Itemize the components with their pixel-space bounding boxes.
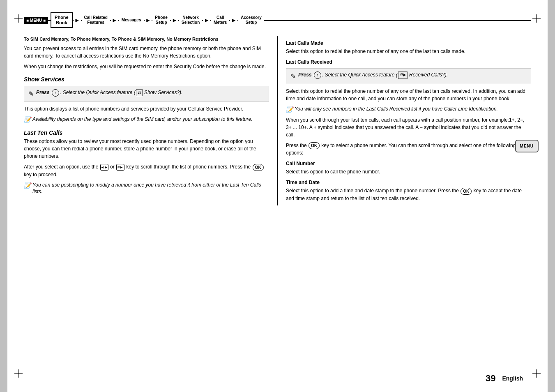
- up-arrow-btn-1: ↑: [52, 89, 59, 97]
- nav-item-messages[interactable]: Messages: [119, 17, 144, 23]
- show-services-press-box: ✎ Press ↑. Select the Quick Access featu…: [24, 86, 269, 102]
- ok-btn-1: OK: [253, 164, 264, 171]
- last-calls-received-note: 📝 You will only see numbers in the Last …: [286, 106, 531, 114]
- call-number-title: Call Number: [286, 161, 531, 166]
- nav-item-phone-setup[interactable]: PhoneSetup: [152, 14, 170, 26]
- nav-arrow-6: ►: [230, 17, 237, 23]
- ok-btn-3: OK: [461, 188, 472, 195]
- show-services-body: This option displays a list of phone num…: [24, 105, 269, 113]
- col-right: Last Calls Made Select this option to re…: [278, 36, 531, 205]
- side-bar-left: [0, 0, 7, 392]
- last-ten-calls-body1: These options allow you to review your m…: [24, 138, 269, 160]
- nav-arrow-2: ►: [111, 17, 118, 23]
- page-language: English: [502, 375, 523, 382]
- left-body1: You can prevent access to all entries in…: [24, 45, 269, 60]
- nav-menu-box: ■ MENU ■: [24, 17, 48, 24]
- last-ten-calls-body2: After you select an option, use the ◄► o…: [24, 163, 269, 178]
- left-nav-btn: ◄►: [100, 164, 108, 171]
- col-left: To SIM Card Memory, To Phone Memory, To …: [24, 36, 278, 205]
- up-arrow-btn-2: ↑: [314, 71, 321, 79]
- time-and-date-body: Select this option to add a time and dat…: [286, 187, 531, 202]
- show-services-note: 📝 Availability depends on the type and s…: [24, 116, 269, 124]
- last-calls-received-title: Last Calls Received: [286, 59, 531, 65]
- nav-item-call-meters[interactable]: CallMeters: [211, 14, 229, 26]
- last-calls-received-press-box: ✎ Press ↑. Select the Quick Access featu…: [286, 68, 531, 84]
- content-columns: To SIM Card Memory, To Phone Memory, To …: [24, 36, 531, 205]
- show-services-note-text: Availability depends on the type and set…: [32, 116, 252, 123]
- menu-side-button[interactable]: MENU: [515, 140, 539, 152]
- left-section-header: To SIM Card Memory, To Phone Memory, To …: [24, 36, 269, 42]
- note-icon-2: 📝: [24, 182, 31, 190]
- note-icon-3: 📝: [286, 106, 293, 114]
- nav-arrow-1: ►: [74, 17, 81, 23]
- nav-bar: ■ MENU ■ PhoneBook ► Call RelatedFeature…: [24, 12, 531, 28]
- side-bar-right: [548, 0, 555, 392]
- last-calls-received-body2: When you scroll through your last ten ca…: [286, 116, 531, 138]
- nav-item-accessory-setup[interactable]: AccessorySetup: [238, 14, 264, 26]
- last-calls-received-body1: Select this option to redial the phone n…: [286, 88, 531, 102]
- show-services-title: Show Services: [24, 76, 269, 83]
- last-calls-made-title: Last Calls Made: [286, 40, 531, 46]
- note-icon-1: 📝: [24, 116, 31, 124]
- hash-btn: #►: [116, 164, 124, 171]
- last-ten-calls-note: 📝 You can use postscripting to modify a …: [24, 182, 269, 196]
- nav-item-network-selection[interactable]: NetworkSelection: [179, 14, 202, 26]
- last-ten-calls-title: Last Ten Calls: [24, 129, 269, 136]
- press-label-2: Press: [298, 72, 312, 78]
- received-calls-icon: ☷▶: [398, 71, 408, 79]
- press-icon-received: ✎: [290, 71, 296, 81]
- nav-arrow-3: ►: [145, 17, 152, 23]
- nav-arrow-5: ►: [203, 17, 210, 23]
- nav-item-phone-book[interactable]: PhoneBook: [51, 12, 73, 28]
- press-label-1: Press: [36, 90, 50, 95]
- call-number-body: Select this option to call the phone num…: [286, 168, 531, 175]
- main-content: ■ MENU ■ PhoneBook ► Call RelatedFeature…: [7, 0, 548, 392]
- last-calls-made-body: Select this option to redial the phone n…: [286, 48, 531, 55]
- nav-arrow-4: ►: [171, 17, 178, 23]
- ok-btn-2: OK: [309, 142, 320, 149]
- press-icon-show: ✎: [28, 89, 34, 99]
- show-services-icon: ☷: [136, 89, 143, 97]
- nav-item-call-related[interactable]: Call RelatedFeatures: [82, 14, 110, 26]
- last-calls-received-body3: Press the OK key to select a phone numbe…: [286, 142, 531, 157]
- last-calls-received-note-text: You will only see numbers in the Last Ca…: [295, 106, 498, 113]
- time-and-date-title: Time and Date: [286, 180, 531, 185]
- left-body2: When you change the restrictions, you wi…: [24, 63, 269, 70]
- last-calls-received-press-text: Press ↑. Select the Quick Access feature…: [298, 71, 448, 79]
- show-services-press-text: Press ↑. Select the Quick Access feature…: [36, 89, 182, 97]
- page-footer: 39 English: [7, 373, 548, 384]
- last-ten-calls-note-text: You can use postscripting to modify a nu…: [32, 182, 269, 196]
- page-number: 39: [486, 373, 495, 384]
